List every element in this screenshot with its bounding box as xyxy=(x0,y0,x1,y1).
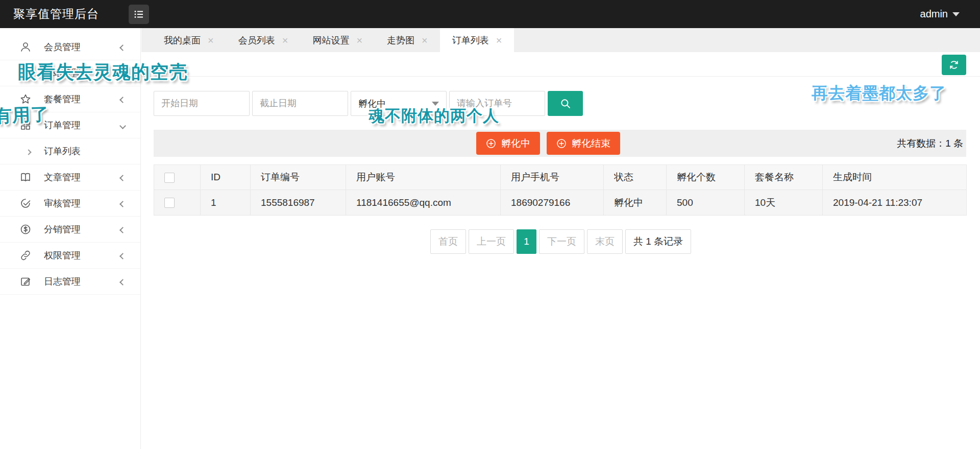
tab-label: 订单列表 xyxy=(452,34,489,46)
page-number-button[interactable]: 1 xyxy=(517,229,536,254)
sidebar-item-log-management[interactable]: 日志管理 xyxy=(0,269,140,295)
row-checkbox[interactable] xyxy=(164,198,175,208)
grid-icon xyxy=(19,119,33,131)
cell-id: 1 xyxy=(201,190,251,216)
chevron-left-icon xyxy=(120,250,125,261)
chevron-down-icon xyxy=(120,120,125,131)
sidebar-item-permission-management[interactable]: 权限管理 xyxy=(0,243,140,269)
search-button[interactable] xyxy=(548,91,583,116)
chevron-right-icon xyxy=(27,146,31,157)
button-label: 孵化中 xyxy=(501,137,530,150)
order-number-input[interactable] xyxy=(449,91,545,116)
sidebar-item-label: 网站设置 xyxy=(44,67,81,79)
hatching-button[interactable]: 孵化中 xyxy=(476,132,540,155)
column-header-status: 状态 xyxy=(604,165,667,190)
app-title: 聚享值管理后台 xyxy=(0,6,129,22)
link-icon xyxy=(19,249,33,262)
status-select[interactable]: 孵化中 xyxy=(351,91,447,116)
cell-created: 2019-04-21 11:23:07 xyxy=(823,190,967,216)
cell-package: 10天 xyxy=(745,190,823,216)
user-menu[interactable]: admin xyxy=(920,8,980,20)
filter-row: 孵化中 xyxy=(154,91,966,116)
tab-label: 网站设置 xyxy=(312,34,349,46)
chevron-left-icon xyxy=(120,42,125,53)
tab-site-settings[interactable]: 网站设置 × xyxy=(300,28,375,52)
edit-log-icon xyxy=(19,275,33,288)
tab-label: 会员列表 xyxy=(238,34,275,46)
tab-member-list[interactable]: 会员列表 × xyxy=(226,28,301,52)
close-icon[interactable]: × xyxy=(208,35,214,45)
close-icon[interactable]: × xyxy=(496,35,502,45)
sidebar-item-article-management[interactable]: 文章管理 xyxy=(0,164,140,191)
hamburger-icon xyxy=(133,8,145,20)
gear-icon xyxy=(19,67,33,79)
chevron-left-icon xyxy=(120,94,125,105)
sidebar-item-package-management[interactable]: 套餐管理 xyxy=(0,86,140,112)
sidebar-item-order-management[interactable]: 订单管理 xyxy=(0,112,140,138)
main-area: 我的桌面 × 会员列表 × 网站设置 × 走势图 × 订单列表 × xyxy=(141,28,980,449)
column-header-account: 用户账号 xyxy=(346,165,501,190)
sidebar-item-member-management[interactable]: 会员管理 xyxy=(0,34,140,60)
orders-table: ID 订单编号 用户账号 用户手机号 状态 孵化个数 套餐名称 生成时间 1 1… xyxy=(154,164,967,216)
tab-order-list[interactable]: 订单列表 × xyxy=(440,28,514,52)
end-date-input[interactable] xyxy=(252,91,348,116)
tab-trend-chart[interactable]: 走势图 × xyxy=(375,28,440,52)
refresh-button[interactable] xyxy=(942,55,966,75)
chevron-down-icon xyxy=(952,12,960,16)
content-toolbar xyxy=(141,52,980,77)
column-header-package: 套餐名称 xyxy=(745,165,823,190)
start-date-input[interactable] xyxy=(154,91,250,116)
plus-circle-icon xyxy=(556,138,567,149)
sidebar: 会员管理 网站设置 套餐管理 订单管理 订单列表 文章管理 xyxy=(0,28,141,449)
audit-check-icon xyxy=(19,197,33,209)
sidebar-item-site-settings[interactable]: 网站设置 xyxy=(0,60,140,86)
sidebar-subitem-order-list[interactable]: 订单列表 xyxy=(0,138,140,164)
sidebar-item-label: 分销管理 xyxy=(44,223,81,235)
content-panel: 孵化中 孵化中 孵化结束 共有 xyxy=(141,52,980,449)
total-data-count: 共有数据：1 条 xyxy=(897,137,966,150)
column-header-hatch-count: 孵化个数 xyxy=(667,165,745,190)
cell-hatch-count: 500 xyxy=(667,190,745,216)
sidebar-item-label: 审核管理 xyxy=(44,197,81,209)
topbar: 聚享值管理后台 admin xyxy=(0,0,980,28)
next-page-button[interactable]: 下一页 xyxy=(539,229,584,254)
search-icon xyxy=(559,97,572,110)
column-header-order-no: 订单编号 xyxy=(251,165,346,190)
sidebar-item-label: 订单管理 xyxy=(44,119,81,131)
table-header-row: ID 订单编号 用户账号 用户手机号 状态 孵化个数 套餐名称 生成时间 xyxy=(154,165,967,190)
select-all-checkbox[interactable] xyxy=(164,173,175,183)
sidebar-item-audit-management[interactable]: 审核管理 xyxy=(0,191,140,217)
tab-my-desktop[interactable]: 我的桌面 × xyxy=(152,28,226,52)
close-icon[interactable]: × xyxy=(356,35,362,45)
cell-phone: 18690279166 xyxy=(501,190,604,216)
tab-label: 我的桌面 xyxy=(164,34,201,46)
column-header-phone: 用户手机号 xyxy=(501,165,604,190)
table-row: 1 1555816987 1181416655@qq.com 186902791… xyxy=(154,190,967,216)
chevron-down-icon xyxy=(432,102,439,106)
star-icon xyxy=(19,93,33,105)
column-header-created: 生成时间 xyxy=(823,165,967,190)
column-header-id: ID xyxy=(201,165,251,190)
tab-label: 走势图 xyxy=(387,34,414,46)
tab-bar: 我的桌面 × 会员列表 × 网站设置 × 走势图 × 订单列表 × xyxy=(141,28,980,52)
prev-page-button[interactable]: 上一页 xyxy=(469,229,514,254)
sidebar-item-label: 文章管理 xyxy=(44,171,81,183)
status-select-value: 孵化中 xyxy=(358,98,386,110)
plus-circle-icon xyxy=(486,138,496,149)
user-icon xyxy=(19,41,33,53)
sidebar-item-label: 日志管理 xyxy=(44,275,81,288)
sidebar-item-label: 套餐管理 xyxy=(44,93,81,105)
cell-status: 孵化中 xyxy=(604,190,667,216)
sidebar-item-distribution-management[interactable]: 分销管理 xyxy=(0,217,140,243)
close-icon[interactable]: × xyxy=(422,35,428,45)
total-records-label: 共 1 条记录 xyxy=(625,229,691,254)
chevron-left-icon xyxy=(120,68,125,79)
first-page-button[interactable]: 首页 xyxy=(430,229,466,254)
hatch-end-button[interactable]: 孵化结束 xyxy=(547,132,620,155)
sidebar-item-label: 会员管理 xyxy=(44,41,81,53)
sidebar-toggle-button[interactable] xyxy=(129,5,149,24)
last-page-button[interactable]: 末页 xyxy=(587,229,623,254)
action-bar: 孵化中 孵化结束 共有数据：1 条 xyxy=(154,130,966,157)
close-icon[interactable]: × xyxy=(282,35,288,45)
sidebar-item-label: 权限管理 xyxy=(44,249,81,262)
